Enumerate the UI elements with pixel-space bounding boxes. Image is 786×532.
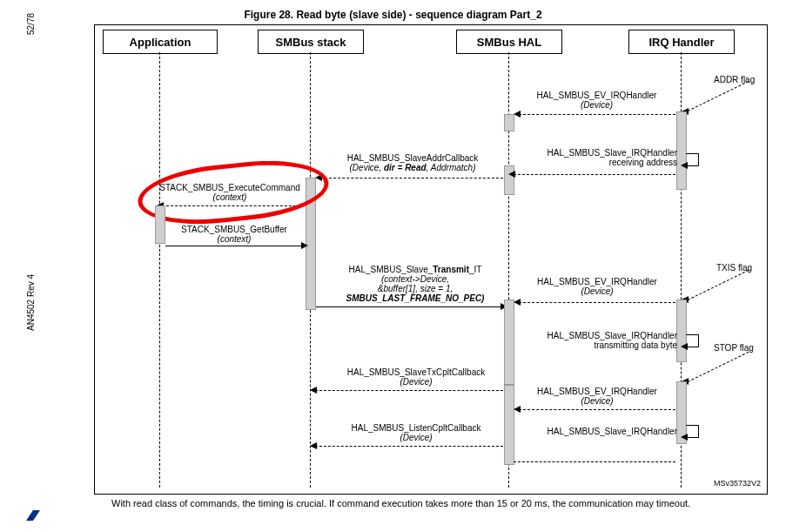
- doc-id: AN4502 Rev 4: [26, 274, 36, 331]
- activation-hal-3: [504, 385, 514, 465]
- activation-irq-1: [676, 111, 687, 190]
- caption: With read class of commands, the timing …: [111, 498, 756, 508]
- arrowhead: [310, 387, 317, 394]
- arrowhead: [681, 162, 688, 169]
- arrowhead: [681, 343, 688, 350]
- arrowhead: [315, 174, 322, 181]
- msg-exec-cmd: STACK_SMBUS_ExecuteCommand(context): [155, 183, 305, 202]
- activation-hal-2: [504, 300, 514, 385]
- arrow-listen-cplt: [315, 446, 503, 447]
- arrowhead: [508, 171, 515, 178]
- arrowhead: [514, 111, 521, 118]
- footer-id: MSv35732V2: [714, 479, 761, 488]
- page: 52/78 AN4502 Rev 4 Figure 28. Read byte …: [0, 0, 786, 532]
- arrow-slave-addr-cb: [320, 178, 503, 178]
- selfcall-bot: [686, 437, 698, 438]
- selfcall-bot: [686, 165, 698, 166]
- msg-listen-cplt: HAL_SMBUS_ListenCpltCallback(Device): [327, 423, 505, 442]
- st-logo-icon: [24, 508, 42, 526]
- arrow-ev-irq-2: [519, 302, 675, 303]
- arrow-exec-cmd: [162, 205, 305, 206]
- selfcall-bot: [686, 347, 698, 347]
- msg-ev-irq-3: HAL_SMBUS_EV_IRQHandler(Device): [522, 387, 672, 406]
- lifeline-app: [159, 52, 160, 488]
- arrow-ev-irq-1: [519, 114, 675, 115]
- activation-hal-1a: [504, 114, 514, 131]
- lane-irq-handler: IRQ Handler: [628, 30, 735, 54]
- ext-addr-flag: ADDR flag: [714, 75, 755, 84]
- msg-ev-irq-2: HAL_SMBUS_EV_IRQHandler(Device): [522, 277, 672, 296]
- lane-smbus-hal: SMBus HAL: [456, 30, 562, 54]
- activation-app: [155, 205, 165, 244]
- arrowhead: [301, 242, 308, 249]
- msg-slave-irq-tx: HAL_SMBUS_Slave_IRQHandlertransmitting d…: [547, 331, 677, 350]
- msg-get-buf: STACK_SMBUS_GetBuffer(context): [165, 225, 303, 244]
- arrowhead: [681, 434, 688, 441]
- msg-slave-addr-cb: HAL_SMBUS_SlaveAddrCallback (Device, dir…: [324, 153, 501, 172]
- figure-title: Figure 28. Read byte (slave side) - sequ…: [0, 9, 786, 21]
- lane-smbus-stack: SMBus stack: [258, 30, 364, 54]
- arrow-ev-irq-3: [519, 409, 675, 410]
- arrow-get-buf: [165, 246, 303, 246]
- lane-application: Application: [103, 30, 218, 54]
- msg-slave-irq-3: HAL_SMBUS_Slave_IRQHandler: [547, 427, 677, 436]
- arrowhead: [310, 442, 317, 449]
- msg-slave-irq-addr: HAL_SMBUS_Slave_IRQHandlerreceiving addr…: [547, 148, 677, 167]
- msg-ev-irq-1: HAL_SMBUS_EV_IRQHandler(Device): [521, 91, 673, 110]
- selfcall-slave-irq-tx: [686, 334, 699, 347]
- arrowhead: [514, 299, 521, 306]
- arrow-txcplt: [315, 390, 503, 391]
- msg-txcplt: HAL_SMBUS_SlaveTxCpltCallback(Device): [327, 367, 505, 387]
- msg-slave-tx-it: HAL_SMBUS_Slave_Transmit_IT (context->De…: [326, 265, 505, 303]
- activation-irq-2: [676, 300, 687, 362]
- selfcall-slave-irq-3: [686, 425, 699, 438]
- arrow-slave-tx-it: [316, 306, 502, 307]
- arrow-slave-irq-addr: [514, 174, 675, 175]
- arrowhead: [514, 406, 521, 413]
- arrow-return-3: [514, 461, 675, 462]
- selfcall-slave-irq-addr: [686, 153, 699, 166]
